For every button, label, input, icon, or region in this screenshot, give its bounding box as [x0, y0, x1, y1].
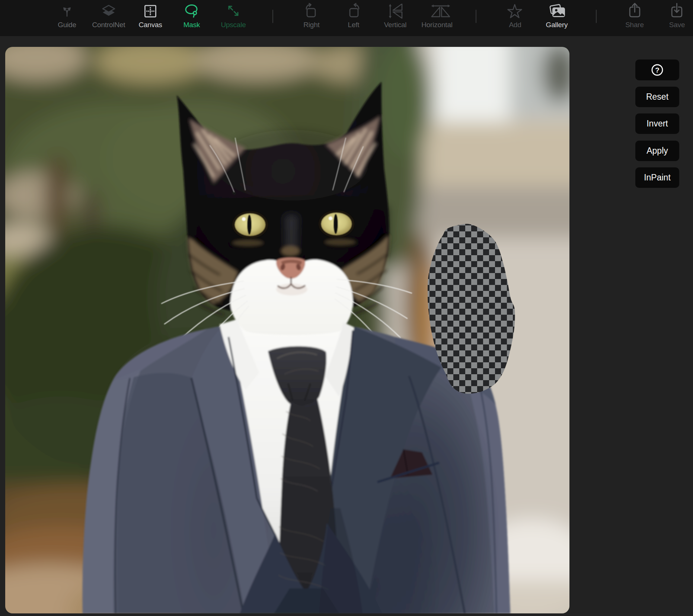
- svg-text:?: ?: [655, 66, 660, 74]
